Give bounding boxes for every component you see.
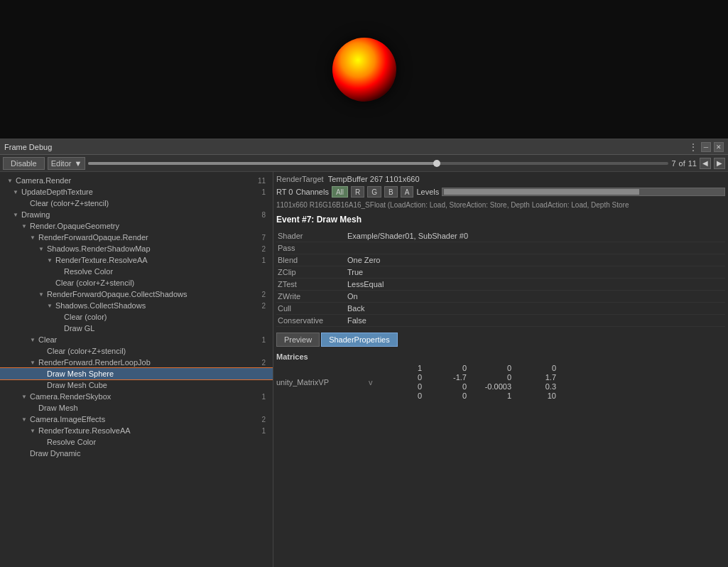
channel-a-button[interactable]: A xyxy=(401,186,414,198)
tree-arrow: ▼ xyxy=(11,188,20,196)
tree-item-clear-stencil-2[interactable]: Clear (color+Z+stencil) xyxy=(0,277,273,288)
tree-item-camera-skybox[interactable]: ▼Camera.RenderSkybox1 xyxy=(0,391,273,402)
tree-count: 2 xyxy=(261,416,270,423)
tree-arrow: ▼ xyxy=(28,233,37,242)
levels-bar xyxy=(442,188,725,196)
tree-count: 2 xyxy=(261,291,270,298)
m23: 0.3 xyxy=(517,382,556,391)
prop-row-cull: Cull Back xyxy=(276,303,725,315)
tree-arrow: ▼ xyxy=(45,301,54,310)
tree-arrow: ▼ xyxy=(37,290,45,298)
panel-titlebar: Frame Debug ⋮ ─ ✕ xyxy=(0,139,728,155)
prop-row-pass: Pass xyxy=(276,242,725,254)
tree-item-render-texture-resolve[interactable]: ▼RenderTexture.ResolveAA1 xyxy=(0,254,273,266)
tree-item-clear-main[interactable]: ▼Clear1 xyxy=(0,334,273,345)
tree-label: Resolve Color xyxy=(47,438,96,446)
tree-label: Draw GL xyxy=(64,324,94,333)
tree-label: Camera.Render xyxy=(16,176,71,185)
tab-shader-properties[interactable]: ShaderProperties xyxy=(321,333,398,347)
step-total: 11 xyxy=(688,159,697,168)
matrix-v-label: v xyxy=(369,378,383,387)
matrix-row: unity_MatrixVP v 1 0 0 0 0 -1.7 0 xyxy=(276,364,725,400)
tabs-row: Preview ShaderProperties xyxy=(276,333,725,347)
disable-button[interactable]: Disable xyxy=(3,157,45,170)
tree-item-clear-color[interactable]: Clear (color) xyxy=(0,311,273,323)
step-of-label: of xyxy=(679,159,685,168)
tree-count: 1 xyxy=(261,393,270,401)
m11: -1.7 xyxy=(428,373,467,382)
tree-label: Clear xyxy=(38,335,57,344)
tree-item-draw-dynamic[interactable]: Draw Dynamic xyxy=(0,448,273,459)
prop-value: On xyxy=(347,292,358,301)
m02: 0 xyxy=(472,364,511,372)
tree-panel: ▼Camera.Render11▼UpdateDepthTexture1Clea… xyxy=(0,172,273,567)
tree-item-shadows-collect[interactable]: ▼Shadows.CollectShadows2 xyxy=(0,300,273,311)
channel-b-button[interactable]: B xyxy=(384,186,398,198)
editor-dropdown[interactable]: Editor ▼ xyxy=(48,157,86,170)
tree-item-drawing[interactable]: ▼Drawing8 xyxy=(0,209,273,220)
tree-arrow: ▼ xyxy=(37,244,45,253)
tree-arrow: ▼ xyxy=(28,426,37,435)
prop-value: Back xyxy=(347,304,364,313)
tree-item-resolve-color[interactable]: Resolve Color xyxy=(0,266,273,277)
tree-item-camera-render[interactable]: ▼Camera.Render11 xyxy=(0,175,273,186)
m01: 0 xyxy=(428,364,467,372)
main-content: ▼Camera.Render11▼UpdateDepthTexture1Clea… xyxy=(0,172,728,567)
prev-step-button[interactable]: ◀ xyxy=(700,158,711,169)
channel-g-button[interactable]: G xyxy=(367,186,381,198)
tree-item-render-texture-resolve2[interactable]: ▼RenderTexture.ResolveAA1 xyxy=(0,425,273,436)
top-preview-area xyxy=(0,0,728,139)
tree-label: RenderForwardOpaque.Render xyxy=(38,233,148,242)
step-slider[interactable] xyxy=(88,162,668,165)
m21: 0 xyxy=(428,382,467,391)
tree-item-render-opaque[interactable]: ▼Render.OpaqueGeometry xyxy=(0,220,273,232)
tree-item-camera-image-effects[interactable]: ▼Camera.ImageEffects2 xyxy=(0,414,273,425)
tree-item-draw-mesh-skybox[interactable]: Draw Mesh xyxy=(0,402,273,414)
slider-track[interactable] xyxy=(88,162,668,165)
prop-key: Pass xyxy=(276,244,347,252)
tree-item-draw-mesh-sphere[interactable]: Draw Mesh Sphere xyxy=(0,368,273,379)
tree-label: Clear (color+Z+stencil) xyxy=(55,279,134,287)
tree-item-clear-stencil-1[interactable]: Clear (color+Z+stencil) xyxy=(0,198,273,209)
prop-value: One Zero xyxy=(347,256,380,264)
panel-menu-button[interactable]: ⋮ xyxy=(688,141,698,153)
tree-count: 1 xyxy=(261,427,270,435)
tree-item-render-forward[interactable]: ▼RenderForwardOpaque.Render7 xyxy=(0,232,273,243)
tree-count: 11 xyxy=(258,177,270,185)
tree-item-render-forward-collect[interactable]: ▼RenderForwardOpaque.CollectShadows2 xyxy=(0,288,273,300)
next-step-button[interactable]: ▶ xyxy=(714,158,725,169)
m33: 10 xyxy=(517,392,556,400)
slider-fill xyxy=(88,162,436,165)
toolbar: Disable Editor ▼ 7 of 11 ◀ ▶ xyxy=(0,155,728,172)
prop-value: Example/Shader01, SubShader #0 xyxy=(347,232,468,240)
panel-controls: ⋮ ─ ✕ xyxy=(688,141,724,153)
tree-item-render-forward-loop[interactable]: ▼RenderForward.RenderLoopJob2 xyxy=(0,357,273,368)
prop-value: LessEqual xyxy=(347,280,384,288)
prop-row-shader: Shader Example/Shader01, SubShader #0 xyxy=(276,230,725,242)
info-text: 1101x660 R16G16B16A16_SFloat (LoadAction… xyxy=(276,200,725,210)
panel-minimize-button[interactable]: ─ xyxy=(701,142,711,152)
channel-r-button[interactable]: R xyxy=(351,186,364,198)
tree-item-draw-mesh-cube[interactable]: Draw Mesh Cube xyxy=(0,379,273,391)
m22: -0.0003 xyxy=(472,382,511,391)
tree-item-clear-stencil-3[interactable]: Clear (color+Z+stencil) xyxy=(0,345,273,357)
frame-debug-panel: Frame Debug ⋮ ─ ✕ Disable Editor ▼ 7 of … xyxy=(0,139,728,567)
prop-row-zclip: ZClip True xyxy=(276,266,725,279)
tree-count: 2 xyxy=(261,245,270,253)
tab-preview[interactable]: Preview xyxy=(276,333,320,347)
tree-label: Resolve Color xyxy=(64,267,113,276)
prop-key: ZWrite xyxy=(276,292,347,301)
properties-table: Shader Example/Shader01, SubShader #0 Pa… xyxy=(276,230,725,327)
levels-fill xyxy=(444,189,639,195)
tree-item-update-depth[interactable]: ▼UpdateDepthTexture1 xyxy=(0,186,273,198)
m32: 1 xyxy=(472,392,511,400)
tree-arrow: ▼ xyxy=(20,392,28,401)
channel-all-button[interactable]: All xyxy=(332,186,348,198)
tree-item-draw-gl[interactable]: Draw GL xyxy=(0,323,273,334)
tree-item-shadows-render-shadow[interactable]: ▼Shadows.RenderShadowMap2 xyxy=(0,243,273,254)
prop-key: ZTest xyxy=(276,280,347,288)
tree-label: Shadows.CollectShadows xyxy=(55,301,146,310)
slider-thumb xyxy=(433,160,440,167)
tree-item-resolve-color2[interactable]: Resolve Color xyxy=(0,436,273,448)
panel-close-button[interactable]: ✕ xyxy=(714,142,724,152)
